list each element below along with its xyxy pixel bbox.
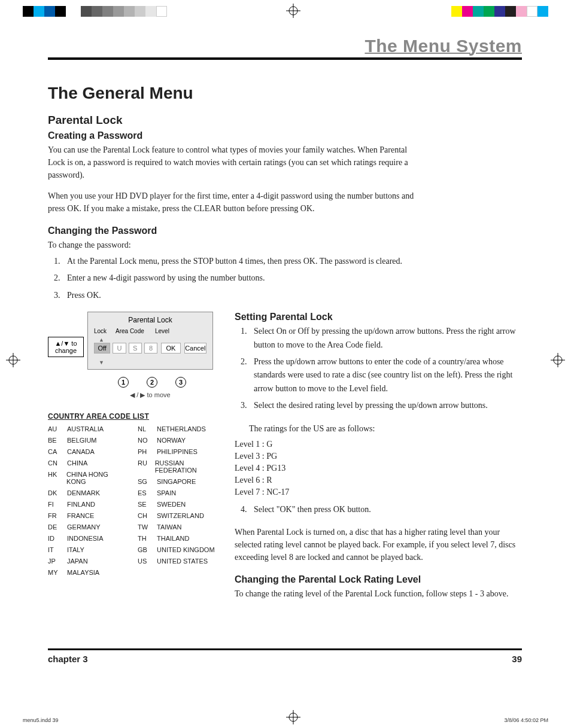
osd-field-area1: U <box>113 343 126 354</box>
registration-mark-icon <box>551 353 565 367</box>
country-item: SESWEDEN <box>138 501 217 508</box>
rating: Level 1 : G <box>235 440 522 449</box>
osd-ok-button: OK <box>161 343 180 354</box>
country-name: UNITED KINGDOM <box>157 546 215 553</box>
country-code: IT <box>48 546 61 553</box>
country-name: INDONESIA <box>67 535 104 542</box>
running-head: The Menu System <box>48 36 522 60</box>
country-item: HKCHINA HONG KONG <box>48 471 127 485</box>
country-name: UNITED STATES <box>157 558 208 565</box>
country-code: FR <box>48 512 61 519</box>
country-item: NONORWAY <box>138 437 217 444</box>
color-bar-right <box>451 6 548 17</box>
registration-mark-icon <box>6 353 20 367</box>
country-item: FIFINLAND <box>48 501 127 508</box>
country-name: FINLAND <box>67 501 95 508</box>
osd-title: Parental Lock <box>88 312 212 328</box>
country-code: HK <box>48 471 60 485</box>
heading-change-password: Changing the Password <box>48 226 522 236</box>
country-item: PHPHILIPPINES <box>138 448 217 455</box>
registration-mark-icon <box>286 4 300 18</box>
country-name: MALAYSIA <box>67 569 99 576</box>
country-name: SINGAPORE <box>157 478 196 485</box>
country-code: AU <box>48 425 61 432</box>
country-name: SWEDEN <box>157 501 186 508</box>
marker-2: 2 <box>147 377 157 388</box>
print-slug: menu5.indd 39 3/8/06 4:50:02 PM <box>23 717 548 723</box>
country-name: NORWAY <box>157 437 186 444</box>
country-code: SG <box>138 478 151 485</box>
country-code: MY <box>48 569 61 576</box>
country-name: JAPAN <box>67 558 88 565</box>
step: At the Parental Lock menu, press the STO… <box>62 255 522 268</box>
country-item: IDINDONESIA <box>48 535 127 542</box>
slug-file: menu5.indd 39 <box>23 717 59 723</box>
osd-field-level: 8 <box>144 343 157 354</box>
slug-timestamp: 3/8/06 4:50:02 PM <box>504 717 548 723</box>
para: You can use the Parental Lock feature to… <box>48 144 419 181</box>
country-code: RU <box>138 459 149 474</box>
country-name: AUSTRALIA <box>67 425 104 432</box>
country-code: NL <box>138 425 151 432</box>
osd-label-area: Area Code <box>116 328 155 334</box>
country-item: DEGERMANY <box>48 523 127 531</box>
step: Select the desired rating level by press… <box>249 399 522 412</box>
country-name: RUSSIAN FEDERATION <box>155 459 217 474</box>
country-item: JPJAPAN <box>48 558 127 565</box>
triangle-down-icon: ▼ <box>88 360 212 369</box>
country-name: CHINA HONG KONG <box>66 471 127 485</box>
country-code: TW <box>138 523 151 531</box>
osd-field-area2: S <box>129 343 142 354</box>
country-name: DENMARK <box>67 489 100 496</box>
country-item: USUNITED STATES <box>138 558 217 565</box>
rating: Level 7 : NC-17 <box>235 488 522 497</box>
country-item: SGSINGAPORE <box>138 478 217 485</box>
heading-create-password: Creating a Password <box>48 130 522 141</box>
country-name: CANADA <box>67 448 95 455</box>
triangle-up-icon: ▲ <box>88 337 212 343</box>
steps-change-password: At the Parental Lock menu, press the STO… <box>62 255 522 302</box>
grey-step-wedge <box>81 6 167 17</box>
country-code: DK <box>48 489 61 496</box>
country-code: FI <box>48 501 61 508</box>
steps-setting-lock-cont: Select "OK" then press OK button. <box>249 503 522 516</box>
page-number: 39 <box>512 654 522 664</box>
para: To change the rating level of the Parent… <box>235 587 522 600</box>
para: When Parental Lock is turned on, a disc … <box>235 526 522 563</box>
country-code: ES <box>138 489 151 496</box>
step: Select On or Off by pressing the up/down… <box>249 325 522 352</box>
hint-up-down: ▲/▼ to change <box>48 337 84 357</box>
osd-label-lock: Lock <box>94 328 116 334</box>
country-item: THTHAILAND <box>138 535 217 542</box>
osd-cancel-button: Cancel <box>184 343 206 354</box>
osd-diagram: ▲/▼ to change Parental Lock Lock Area Co… <box>48 312 217 399</box>
rating: Level 6 : R <box>235 476 522 485</box>
para: The ratings for the US are as follows: <box>249 422 522 435</box>
osd-label-level: Level <box>155 328 177 334</box>
country-name: BELGIUM <box>67 437 97 444</box>
country-item: DKDENMARK <box>48 489 127 496</box>
country-code: DE <box>48 523 61 531</box>
step: Press the up/down arrow buttons to enter… <box>249 355 522 395</box>
chapter-label: chapter 3 <box>48 654 88 664</box>
country-item: NLNETHERLANDS <box>138 425 217 432</box>
country-code-list: AUAUSTRALIABEBELGIUMCACANADACNCHINAHKCHI… <box>48 425 217 580</box>
country-code: TH <box>138 535 151 542</box>
para: When you use your HD DVD player for the … <box>48 190 419 215</box>
country-item: RURUSSIAN FEDERATION <box>138 459 217 474</box>
step: Select "OK" then press OK button. <box>249 503 522 516</box>
country-code: BE <box>48 437 61 444</box>
marker-1: 1 <box>118 377 129 388</box>
country-item: FRFRANCE <box>48 512 127 519</box>
country-name: FRANCE <box>67 512 94 519</box>
country-code: CA <box>48 448 61 455</box>
country-name: CHINA <box>67 459 87 467</box>
country-code: GB <box>138 546 151 553</box>
country-code: JP <box>48 558 61 565</box>
heading-parental-lock: Parental Lock <box>48 114 522 127</box>
country-code: CH <box>138 512 151 519</box>
ratings-list: Level 1 : G Level 3 : PG Level 4 : PG13 … <box>235 440 522 497</box>
country-name: NETHERLANDS <box>157 425 206 432</box>
country-item: MYMALAYSIA <box>48 569 127 576</box>
osd-field-lock: Off <box>94 343 110 354</box>
